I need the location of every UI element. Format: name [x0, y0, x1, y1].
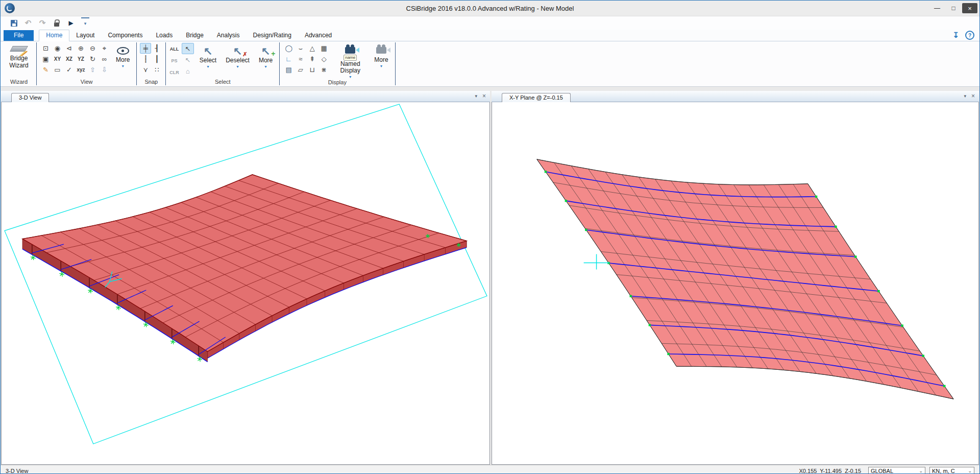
ribbon-tab-file[interactable]: File: [4, 30, 34, 41]
download-button[interactable]: ↧: [952, 31, 959, 40]
deselect-button[interactable]: ↖ ✗ Deselect ▾: [222, 43, 253, 69]
display-arc-button[interactable]: ⌣: [295, 43, 306, 54]
clear-selection-button[interactable]: CLR: [169, 66, 180, 78]
bridge-plan-drawing: [492, 102, 978, 464]
ribbon-tab-components[interactable]: Components: [101, 30, 149, 41]
zoom-out-button[interactable]: ⊖: [87, 43, 99, 54]
snap-grid-button[interactable]: ∷: [151, 64, 162, 75]
check-button[interactable]: ✓: [63, 64, 75, 75]
close-button[interactable]: ×: [962, 3, 977, 13]
snap-lines-button[interactable]: ┃: [151, 54, 162, 64]
panel-tab-3d-view[interactable]: 3-D View: [11, 93, 49, 102]
maximize-button[interactable]: □: [946, 3, 961, 13]
undo-button[interactable]: ↶: [24, 18, 32, 28]
qat-customize-button[interactable]: ▾: [81, 17, 89, 29]
group-label-snap: Snap: [137, 79, 165, 86]
named-display-button[interactable]: name Named Display ▾: [332, 43, 369, 79]
pointer-select-button[interactable]: ↖: [182, 43, 194, 54]
ribbon-group-snap: ╪ ┨ ┋ ┃ ⋎ ∷ Snap: [137, 41, 165, 86]
pan-button[interactable]: ⌖: [99, 43, 110, 54]
view-more-button[interactable]: More ▾: [112, 43, 133, 68]
zoom-previous-button[interactable]: ⊲: [63, 43, 75, 54]
chevron-down-icon: ▾: [84, 21, 87, 26]
help-button[interactable]: ?: [965, 31, 974, 40]
zoom-window-button[interactable]: ⊡: [40, 43, 52, 54]
plan-view-viewport[interactable]: [492, 102, 979, 465]
display-triangle-button[interactable]: △: [306, 43, 318, 54]
save-button[interactable]: [10, 18, 18, 28]
display-section-button[interactable]: ⊔: [306, 64, 318, 75]
coordinate-system-select[interactable]: GLOBAL ⌄: [868, 467, 925, 474]
ribbon-tab-analysis[interactable]: Analysis: [210, 30, 247, 41]
run-analysis-button[interactable]: ▶: [67, 18, 75, 28]
display-eraser-button[interactable]: ▱: [295, 64, 306, 75]
view-3d-icon: ▣: [42, 55, 48, 63]
run-icon: ▶: [68, 19, 73, 27]
select-all-button[interactable]: ALL: [169, 43, 180, 55]
section-icon: ⊔: [310, 66, 315, 74]
ribbon-tab-design-rating[interactable]: Design/Rating: [247, 30, 298, 41]
name-tag: name: [344, 55, 357, 61]
snap-lines-icon: ┃: [155, 55, 159, 63]
workspace: 3-D View ▾ × X-Y Plane @ Z=-0.15 ▾ ×: [1, 87, 979, 465]
display-plane-button[interactable]: ∟: [283, 54, 295, 64]
camera-icon: [345, 47, 355, 54]
set-limits-button[interactable]: ▭: [52, 64, 63, 75]
zoom-full-button[interactable]: ◉: [52, 43, 63, 54]
bridge-wizard-button[interactable]: Bridge Wizard: [5, 43, 33, 69]
zoom-in-button[interactable]: ⊕: [75, 43, 87, 54]
ribbon-tab-loads[interactable]: Loads: [149, 30, 179, 41]
display-more-button[interactable]: More ▾: [371, 43, 391, 68]
pointer-deselect-button[interactable]: ↖: [182, 54, 194, 65]
snap-intersections-button[interactable]: ⋎: [140, 64, 151, 75]
triangle-icon: △: [310, 44, 315, 52]
ribbon-tab-bridge[interactable]: Bridge: [179, 30, 210, 41]
view-xz-button[interactable]: XZ: [63, 54, 75, 64]
ribbon-tab-advanced[interactable]: Advanced: [298, 30, 338, 41]
display-pole-button[interactable]: ⇞: [306, 54, 318, 64]
display-table-button[interactable]: ▤: [283, 64, 295, 75]
panel-tab-xy-plane[interactable]: X-Y Plane @ Z=-0.15: [502, 93, 571, 102]
minimize-button[interactable]: —: [929, 3, 945, 13]
redo-button[interactable]: ↷: [38, 18, 46, 28]
display-cube-button[interactable]: ◇: [318, 54, 330, 64]
panel-close-icon[interactable]: ×: [482, 92, 486, 100]
snap-points-button[interactable]: ╪: [140, 43, 151, 54]
3d-view-viewport[interactable]: [1, 102, 490, 465]
select-button[interactable]: ↖ Select ▾: [196, 43, 220, 69]
panel-close-icon[interactable]: ×: [971, 92, 975, 100]
view-more-label: More: [116, 57, 130, 64]
view-xy-button[interactable]: XY: [52, 54, 63, 64]
move-up-button[interactable]: ⇧: [87, 64, 99, 75]
display-curves-button[interactable]: ≈: [295, 54, 306, 64]
panel-menu-icon[interactable]: ▾: [475, 93, 477, 99]
view-3d-button[interactable]: ▣: [40, 54, 52, 64]
poly-select-button[interactable]: ⌂: [182, 65, 194, 77]
group-label-display: Display: [280, 79, 395, 87]
snap-midpoints-button[interactable]: ┋: [140, 54, 151, 64]
axes-xyz-button[interactable]: xyz: [75, 64, 87, 75]
units-select[interactable]: KN, m, C ⌄: [929, 467, 974, 474]
panel-menu-icon[interactable]: ▾: [964, 93, 966, 99]
rotate-view-button[interactable]: ↻: [87, 54, 99, 64]
display-ring-button[interactable]: ◯: [283, 43, 295, 54]
view-yz-button[interactable]: YZ: [75, 54, 87, 64]
lock-model-button[interactable]: [53, 18, 61, 28]
ribbon-tab-layout[interactable]: Layout: [69, 30, 101, 41]
arc-icon: ⌣: [298, 44, 303, 53]
chevron-down-icon: ⌄: [968, 468, 972, 473]
display-dashed-button[interactable]: ⋇: [318, 64, 330, 75]
arrow-up-icon: ⇧: [90, 66, 95, 74]
ribbon-tab-home[interactable]: Home: [39, 30, 69, 41]
select-more-button[interactable]: ↖ + More ▾: [255, 43, 276, 69]
select-previous-button[interactable]: PS: [169, 55, 180, 66]
snap-ends-button[interactable]: ┨: [151, 43, 162, 54]
display-hatch-button[interactable]: ▦: [318, 43, 330, 54]
pencil-button[interactable]: ✎: [40, 64, 52, 75]
dashed-x-icon: ⋇: [321, 66, 327, 74]
named-display-label: Named Display: [335, 61, 365, 75]
perspective-button[interactable]: ∞: [99, 54, 110, 64]
right-panel-tabstrip: X-Y Plane @ Z=-0.15 ▾ ×: [492, 91, 979, 102]
bridge-wizard-icon: [9, 44, 29, 54]
move-down-button[interactable]: ⇩: [99, 64, 110, 75]
